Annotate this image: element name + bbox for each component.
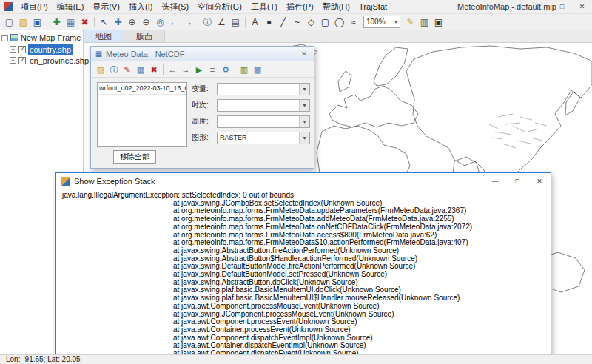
report-icon[interactable]: ▣: [431, 16, 445, 29]
menu-edit[interactable]: 编辑(E): [53, 0, 89, 14]
map-frame-icon: [10, 34, 18, 41]
ellipse-icon[interactable]: ◯: [332, 16, 346, 29]
graphic-combo[interactable]: RASTER ▾: [217, 132, 310, 144]
layers-icon[interactable]: ▥: [417, 16, 431, 29]
full-extent-icon[interactable]: ◎: [153, 16, 167, 29]
dataset-list[interactable]: wrfout_d02_2022-03-10_16_00_00: [97, 82, 187, 147]
layer-label: country.shp: [28, 44, 73, 55]
remove-layer-icon[interactable]: ✖: [78, 16, 92, 29]
time-combo[interactable]: ▾: [217, 99, 310, 112]
maximize-icon[interactable]: □: [506, 173, 528, 189]
chevron-down-icon: ▾: [299, 132, 309, 144]
polyline-icon[interactable]: ╱: [276, 16, 290, 29]
chevron-down-icon: ▾: [299, 84, 309, 95]
separator: [47, 17, 47, 27]
open-file-icon[interactable]: ▨: [94, 63, 107, 76]
zoom-next-icon[interactable]: →: [181, 16, 195, 29]
toolbar-right-group: ✎▥▣: [403, 16, 445, 29]
dataset-item[interactable]: wrfout_d02_2022-03-10_16_00_00: [98, 83, 186, 95]
coordinates-readout: Lon: -91.65; Lat: 20.05: [6, 355, 81, 363]
zoom-level-combo[interactable]: 100% ▾: [363, 16, 400, 28]
menu-spatial-analysis[interactable]: 空间分析(G): [193, 0, 246, 14]
menu-insert[interactable]: 插入(I): [124, 0, 157, 14]
menu-view[interactable]: 显示(V): [88, 0, 124, 14]
menu-selection[interactable]: 选择(S): [157, 0, 193, 14]
view-tabbar: 地图 版面: [84, 30, 592, 43]
zoom-previous-icon[interactable]: ←: [167, 16, 181, 29]
close-icon[interactable]: ✕: [572, 0, 592, 14]
attribute-table-icon[interactable]: ▤: [229, 16, 243, 29]
menu-project[interactable]: 项目(P): [16, 0, 53, 14]
main-toolbar: ▢▨▣✚▦✖↖✚⊕⊖◎←→ⓘ∠▤A●╱~◇▢◯≈ 100% ▾ ✎▥▣: [0, 14, 592, 30]
level-label: 高度:: [192, 116, 214, 127]
variable-combo[interactable]: ▾: [217, 83, 310, 95]
menu-tools[interactable]: 工具(T): [246, 0, 282, 14]
stack-trace-lines: at javax.swing.JComboBox.setSelectedInde…: [62, 200, 548, 355]
freehand-icon[interactable]: ≈: [346, 16, 360, 29]
zoom-level-value: 100%: [366, 18, 386, 26]
label-text-icon[interactable]: A: [248, 16, 262, 29]
list-icon[interactable]: ≡: [206, 63, 219, 76]
level-value: [218, 116, 299, 127]
add-layer-icon[interactable]: ✚: [50, 16, 64, 29]
minimize-icon[interactable]: —: [532, 0, 552, 14]
menu-help[interactable]: 帮助(H): [318, 0, 354, 14]
exception-dialog-title: Show Exception Stack: [74, 177, 155, 186]
settings-icon[interactable]: ⚙: [219, 63, 232, 76]
next-time-icon[interactable]: →: [179, 63, 192, 76]
save-project-icon[interactable]: ▣: [30, 16, 44, 29]
maximize-icon[interactable]: □: [552, 0, 572, 14]
identify-icon[interactable]: ⓘ: [201, 16, 215, 29]
edit-pen-icon[interactable]: ✎: [403, 16, 417, 29]
open-project-icon[interactable]: ▨: [16, 16, 30, 29]
point-icon[interactable]: ●: [262, 16, 276, 29]
toolbar-left-group: ▢▨▣✚▦✖↖✚⊕⊖◎←→ⓘ∠▤A●╱~◇▢◯≈: [2, 16, 360, 29]
remove-all-button[interactable]: 移除全部: [113, 150, 156, 164]
minimize-icon[interactable]: —: [484, 173, 506, 189]
zoom-in-icon[interactable]: ⊕: [125, 16, 139, 29]
rectangle-icon[interactable]: ▢: [318, 16, 332, 29]
graphic-value: RASTER: [218, 132, 299, 144]
menu-plugins[interactable]: 插件(P): [282, 0, 318, 14]
tree-expand-icon[interactable]: +: [10, 46, 16, 53]
measure-icon[interactable]: ∠: [215, 16, 229, 29]
layer-item-country[interactable]: + ✓ country.shp: [9, 44, 83, 55]
open-data-icon[interactable]: ▦: [64, 16, 78, 29]
meteo-dialog-toolbar: ▨ⓘ✎▦✖←→▶≡⚙▥▩: [91, 61, 314, 78]
info-icon[interactable]: ⓘ: [107, 63, 121, 76]
tree-expand-icon[interactable]: +: [10, 57, 16, 64]
tree-collapse-icon[interactable]: −: [1, 35, 8, 41]
zoom-out-icon[interactable]: ⊖: [139, 16, 153, 29]
new-project-icon[interactable]: ▢: [2, 16, 16, 29]
layer-item-cn-province[interactable]: + ✓ cn_province.shp: [9, 55, 83, 66]
curve-icon[interactable]: ~: [290, 16, 304, 29]
close-icon[interactable]: ✕: [298, 50, 310, 58]
status-bar: Lon: -91.65; Lat: 20.05: [0, 354, 592, 364]
variable-value: [218, 84, 299, 95]
chart-icon[interactable]: ▥: [238, 63, 251, 76]
draw-layer-icon[interactable]: ✎: [121, 63, 134, 76]
tab-map[interactable]: 地图: [84, 30, 124, 42]
graphic-label: 图形:: [192, 132, 214, 143]
select-element-icon[interactable]: ↖: [97, 16, 111, 29]
close-icon[interactable]: ✕: [528, 173, 551, 189]
tab-layout[interactable]: 版面: [124, 30, 165, 42]
layer-visibility-checkbox[interactable]: ✓: [18, 46, 26, 53]
separator: [163, 64, 164, 75]
meteo-dialog-titlebar[interactable]: ▦ Meteo Data - NetCDF ✕: [91, 47, 314, 61]
map-frame-node[interactable]: − New Map Frame: [0, 32, 83, 44]
animation-icon[interactable]: ▶: [192, 63, 206, 76]
exception-dialog-titlebar[interactable]: Show Exception Stack — □ ✕: [56, 173, 551, 189]
pan-icon[interactable]: ✚: [111, 16, 125, 29]
grid-data-icon[interactable]: ▦: [134, 63, 147, 76]
layer-visibility-checkbox[interactable]: ✓: [18, 57, 26, 64]
remove-data-icon[interactable]: ✖: [147, 63, 161, 76]
window-controls: — □ ✕: [532, 0, 592, 14]
polygon-icon[interactable]: ◇: [304, 16, 318, 29]
level-combo[interactable]: ▾: [217, 115, 310, 128]
image-icon[interactable]: ▩: [251, 63, 264, 76]
menu-trajstat[interactable]: TrajStat: [354, 0, 391, 14]
stack-trace-panel[interactable]: java.lang.IllegalArgumentException: setS…: [56, 189, 551, 355]
prev-time-icon[interactable]: ←: [166, 63, 179, 76]
meteo-dialog-title: Meteo Data - NetCDF: [106, 50, 295, 58]
